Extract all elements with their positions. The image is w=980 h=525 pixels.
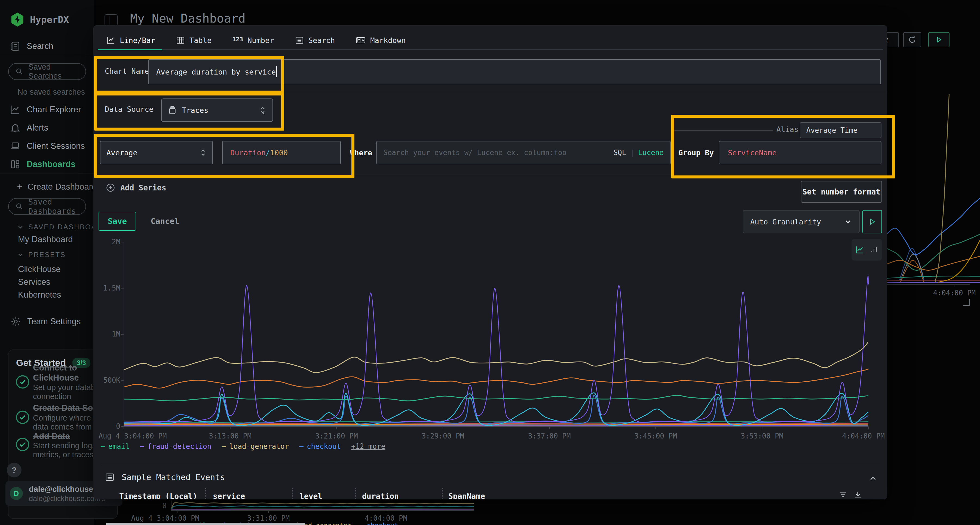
create-dashboard-button[interactable]: + Create Dashboard bbox=[17, 181, 96, 193]
help-button[interactable]: ? bbox=[7, 463, 22, 477]
sidebar-item-alerts[interactable]: Alerts bbox=[10, 122, 48, 133]
group-by-input[interactable]: ServiceName bbox=[719, 141, 881, 164]
plus-icon: + bbox=[17, 181, 22, 193]
tab-search[interactable]: Search bbox=[295, 36, 335, 45]
main-chart bbox=[124, 242, 869, 427]
group-by-value: ServiceName bbox=[728, 149, 776, 157]
chevron-down-icon bbox=[17, 251, 24, 259]
play-icon bbox=[869, 218, 876, 225]
sidebar-item-client-sessions[interactable]: Client Sessions bbox=[10, 141, 85, 152]
save-button[interactable]: Save bbox=[99, 212, 136, 231]
column-header-spanname[interactable]: SpanName bbox=[442, 488, 605, 499]
data-source-select[interactable]: Traces bbox=[161, 98, 273, 122]
sidebar-item-clickhouse[interactable]: ClickHouse bbox=[18, 265, 61, 274]
tab-line-bar[interactable]: Line/Bar bbox=[106, 36, 155, 45]
aggregation-select[interactable]: Average bbox=[100, 141, 213, 164]
scrollbar[interactable] bbox=[106, 523, 305, 525]
granularity-select[interactable]: Auto Granularity bbox=[743, 210, 860, 233]
where-search-input[interactable]: Search your events w/ Lucene ex. column:… bbox=[376, 141, 671, 164]
x-tick-label: 3:21:00 PM bbox=[307, 432, 366, 440]
alias-input[interactable]: Average Time bbox=[800, 122, 881, 138]
sample-events-columns: Timestamp (Local)serviceleveldurationSpa… bbox=[103, 488, 605, 499]
axis-tick bbox=[177, 511, 178, 513]
chart-name-input[interactable]: Average duration by service bbox=[148, 59, 881, 84]
download-icon[interactable] bbox=[853, 490, 862, 499]
sidebar-item-services[interactable]: Services bbox=[18, 277, 50, 287]
bell-icon bbox=[10, 122, 21, 133]
cancel-button[interactable]: Cancel bbox=[142, 212, 188, 231]
chart-name-label: Chart Name bbox=[105, 67, 149, 75]
legend-item[interactable]: —fraud-detection bbox=[140, 442, 211, 450]
collapse-sidebar-button[interactable] bbox=[105, 14, 118, 26]
refresh-button[interactable] bbox=[903, 32, 921, 48]
legend-item[interactable]: —load-generator bbox=[221, 442, 289, 450]
x-tick-label: 3:31:00 PM bbox=[241, 514, 296, 522]
list-icon bbox=[295, 36, 304, 45]
y-tick-label: 1M bbox=[96, 330, 120, 338]
legend-more-link[interactable]: +12 more bbox=[351, 442, 385, 450]
run-chart-button[interactable] bbox=[862, 210, 882, 233]
tab-markdown[interactable]: Markdown bbox=[356, 36, 406, 45]
legend-item[interactable]: —checkout bbox=[299, 442, 341, 450]
legend-label: email bbox=[108, 442, 130, 450]
sidebar-item-search[interactable]: Search bbox=[10, 41, 53, 52]
filter-icon[interactable] bbox=[838, 490, 848, 499]
tab-table[interactable]: Table bbox=[176, 36, 212, 45]
sql-toggle[interactable]: SQL bbox=[613, 149, 626, 157]
sidebar-item-team-settings[interactable]: Team Settings bbox=[10, 316, 81, 327]
create-dashboard-label: Create Dashboard bbox=[27, 182, 96, 192]
avatar: D bbox=[10, 487, 23, 500]
granularity-value: Auto Granularity bbox=[750, 217, 821, 226]
set-number-format-button[interactable]: Set number format bbox=[801, 181, 882, 203]
check-circle-icon bbox=[14, 409, 31, 425]
search-icon bbox=[15, 67, 24, 76]
add-series-button[interactable]: Add Series bbox=[106, 183, 166, 193]
tab-label: Markdown bbox=[370, 36, 406, 44]
bar-chart-toggle-icon[interactable] bbox=[870, 245, 879, 254]
brand-name: HyperDX bbox=[30, 14, 69, 25]
laptop-icon bbox=[10, 141, 21, 152]
axis-tick bbox=[268, 511, 269, 513]
resize-handle[interactable] bbox=[963, 299, 970, 306]
field-sep: / bbox=[266, 149, 270, 157]
brand[interactable]: HyperDX bbox=[10, 12, 69, 27]
line-chart-toggle-icon[interactable] bbox=[855, 245, 865, 255]
tab-number[interactable]: 123 Number bbox=[232, 36, 274, 44]
presets-section[interactable]: PRESETS bbox=[17, 251, 66, 259]
x-tick-label: 4:04:00 PM bbox=[927, 289, 980, 297]
column-header-duration[interactable]: duration bbox=[355, 488, 442, 499]
legend-label: load-generator bbox=[229, 442, 289, 450]
legend-item[interactable]: —email bbox=[101, 442, 130, 450]
column-header-timestamp-local-[interactable]: Timestamp (Local) bbox=[103, 488, 205, 499]
lucene-toggle[interactable]: Lucene bbox=[638, 149, 664, 157]
run-dashboard-button[interactable] bbox=[928, 32, 950, 48]
background-chart-bottom bbox=[172, 501, 474, 510]
axis-tick bbox=[954, 284, 955, 287]
sidebar-item-kubernetes[interactable]: Kubernetes bbox=[18, 290, 61, 300]
column-header-service[interactable]: service bbox=[205, 488, 292, 499]
y-tick-label: 1.5M bbox=[96, 284, 120, 292]
select-chevrons-icon bbox=[259, 106, 266, 115]
field-input[interactable]: Duration/1000 bbox=[222, 141, 341, 164]
chart-type-toggle bbox=[851, 239, 882, 260]
tab-label: Search bbox=[309, 36, 335, 44]
column-header-level[interactable]: level bbox=[292, 488, 355, 499]
legend-dash-icon: — bbox=[299, 442, 304, 450]
chevron-down-icon bbox=[17, 224, 24, 231]
edit-chart-panel: Line/Bar Table 123 Number Search Markdow… bbox=[94, 25, 887, 499]
saved-dashboards-input[interactable]: Saved Dashboards bbox=[8, 198, 86, 215]
data-source-value: Traces bbox=[182, 106, 208, 114]
sidebar-item-dashboards[interactable]: Dashboards bbox=[10, 159, 75, 170]
chevron-up-icon[interactable] bbox=[869, 474, 878, 483]
saved-searches-input[interactable]: Saved Searches bbox=[8, 63, 86, 80]
where-label: Where bbox=[350, 149, 372, 157]
axis bbox=[171, 510, 474, 511]
refresh-icon bbox=[908, 35, 917, 44]
chevron-down-icon bbox=[844, 217, 852, 226]
sample-events-header[interactable]: Sample Matched Events bbox=[105, 472, 225, 482]
user-email: dale@clickhouse.c bbox=[29, 485, 100, 494]
table-icon bbox=[176, 36, 185, 45]
sidebar-item-my-dashboard[interactable]: My Dashboard bbox=[18, 235, 73, 244]
legend-label: checkout bbox=[307, 442, 341, 450]
sidebar-item-chart-explorer[interactable]: Chart Explorer bbox=[10, 104, 81, 115]
